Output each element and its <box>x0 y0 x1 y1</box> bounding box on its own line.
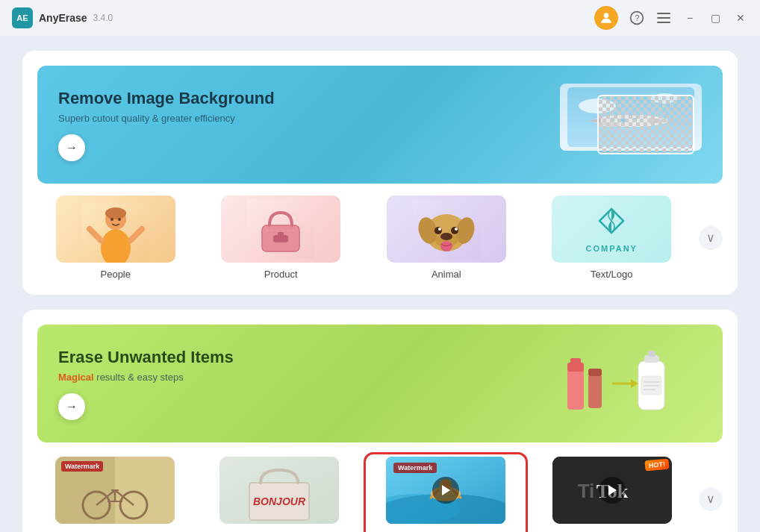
banner-title: Remove Image Background <box>58 89 275 108</box>
svg-rect-4 <box>657 17 670 19</box>
category-watermark[interactable]: Watermark Watermark <box>37 457 193 532</box>
app-name: AnyErase <box>39 12 87 24</box>
app-version: 3.4.0 <box>93 13 113 23</box>
remove-bg-banner: Remove Image Background Superb cutout qu… <box>37 66 723 184</box>
svg-point-22 <box>118 218 121 221</box>
textlogo-label: Text/Logo <box>591 269 632 280</box>
category-text[interactable]: BONJOUR Text <box>202 457 357 532</box>
close-button[interactable]: ✕ <box>733 10 748 25</box>
banner-arrow-button[interactable]: → <box>58 134 85 161</box>
erase-categories: Watermark Watermark <box>37 454 723 532</box>
category-animal[interactable]: Animal <box>368 195 525 280</box>
svg-point-40 <box>455 228 458 231</box>
svg-text:?: ? <box>635 13 640 22</box>
animal-label: Animal <box>432 269 461 280</box>
category-video-watermark[interactable]: Watermark Video Watermark <box>366 454 526 532</box>
svg-point-0 <box>604 13 609 18</box>
svg-point-39 <box>438 228 441 231</box>
svg-text:BONJOUR: BONJOUR <box>253 495 306 507</box>
minimize-button[interactable]: − <box>682 10 697 25</box>
titlebar-left: AE AnyErase 3.4.0 <box>12 7 113 28</box>
svg-point-38 <box>451 227 458 234</box>
erase-items-card: Erase Unwanted Items Magical results & e… <box>22 310 738 532</box>
titlebar-right: ? − ▢ ✕ <box>594 6 748 30</box>
app-logo: AE <box>12 7 33 28</box>
product-thumbnail <box>221 195 340 263</box>
people-thumbnail <box>56 195 175 263</box>
category-people[interactable]: People <box>37 195 194 280</box>
svg-point-19 <box>105 207 126 219</box>
checkerboard-bg <box>597 95 694 154</box>
menu-icon[interactable] <box>655 10 672 26</box>
hot-badge: HOT! <box>644 459 669 472</box>
section2-chevron[interactable]: ∨ <box>699 487 723 511</box>
help-icon[interactable]: ? <box>629 10 645 26</box>
watermark-thumbnail: Watermark <box>55 457 175 524</box>
main-content: Remove Image Background Superb cutout qu… <box>0 36 760 532</box>
svg-rect-45 <box>588 375 602 408</box>
play-button[interactable] <box>432 477 459 504</box>
svg-marker-80 <box>608 485 617 495</box>
svg-rect-46 <box>588 369 602 376</box>
erase-banner-image <box>538 342 702 425</box>
text-thumbnail: BONJOUR <box>219 457 339 524</box>
svg-rect-29 <box>278 232 284 237</box>
svg-marker-76 <box>442 485 450 495</box>
erase-banner-title: Erase Unwanted Items <box>58 348 234 367</box>
textlogo-thumbnail: COMPANY <box>552 195 671 263</box>
svg-marker-54 <box>631 379 638 388</box>
watermark-badge: Watermark <box>61 461 103 472</box>
svg-rect-49 <box>648 351 655 357</box>
svg-rect-5 <box>657 22 670 23</box>
category-product[interactable]: Product <box>203 195 360 280</box>
restore-button[interactable]: ▢ <box>708 10 723 25</box>
banner-text: Remove Image Background Superb cutout qu… <box>58 89 275 161</box>
banner-subtitle: Superb cutout quality & greater efficien… <box>58 113 275 124</box>
video-watermark-badge: Watermark <box>393 463 437 473</box>
svg-rect-3 <box>657 13 670 14</box>
company-logo-icon <box>597 206 626 241</box>
video-watermark-thumbnail: Watermark <box>386 457 505 524</box>
animal-thumbnail <box>387 195 506 263</box>
people-label: People <box>101 269 131 280</box>
company-text: COMPANY <box>586 244 638 253</box>
erase-banner: Erase Unwanted Items Magical results & e… <box>37 325 723 442</box>
svg-point-37 <box>434 227 442 234</box>
remove-bg-categories: People <box>37 195 723 280</box>
erase-banner-subtitle: Magical results & easy steps <box>58 372 234 383</box>
tiktok-play-button[interactable] <box>599 477 626 504</box>
section1-chevron[interactable]: ∨ <box>699 226 723 250</box>
svg-text:Ti: Ti <box>578 480 595 502</box>
erase-banner-arrow-button[interactable]: → <box>58 393 85 420</box>
svg-point-21 <box>110 218 113 221</box>
svg-rect-42 <box>567 369 584 410</box>
svg-rect-44 <box>570 358 581 364</box>
banner-image <box>538 84 702 166</box>
category-tiktok[interactable]: Tok Ti HOT! TikTok Logo <box>535 457 690 532</box>
titlebar: AE AnyErase 3.4.0 ? − ▢ ✕ <box>0 0 760 36</box>
erase-banner-text: Erase Unwanted Items Magical results & e… <box>58 348 234 420</box>
remove-bg-card: Remove Image Background Superb cutout qu… <box>22 51 738 295</box>
product-label: Product <box>264 269 298 280</box>
tiktok-thumbnail: Tok Ti HOT! <box>552 457 672 524</box>
avatar-icon[interactable] <box>594 6 618 30</box>
svg-point-36 <box>440 233 452 240</box>
category-textlogo[interactable]: COMPANY Text/Logo <box>534 195 691 280</box>
